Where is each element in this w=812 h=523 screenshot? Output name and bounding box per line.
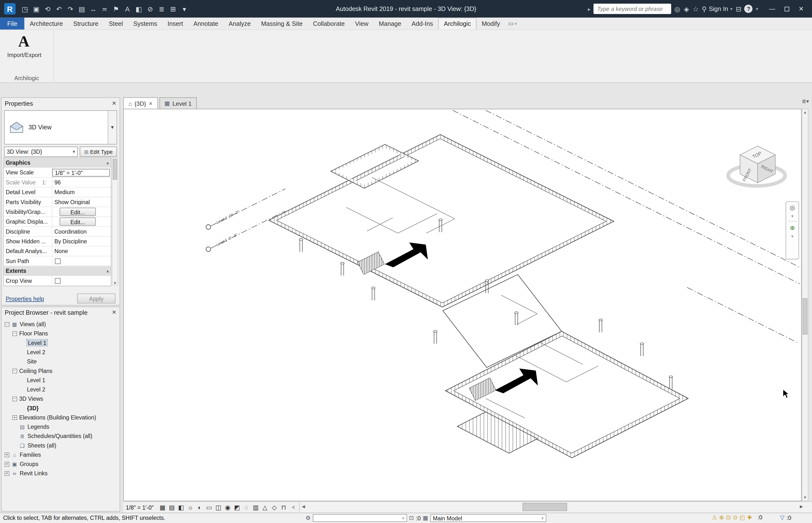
tree-item[interactable]: ▣ Groups — [3, 459, 119, 468]
switch-windows-icon[interactable]: ⊞ — [168, 3, 178, 15]
ribbon-tab[interactable]: Archilogic — [438, 18, 476, 30]
sun-path-icon[interactable]: ☼ — [186, 504, 195, 511]
tree-item[interactable]: ▤ Legends — [3, 422, 119, 431]
expand-toggle-icon[interactable] — [13, 368, 17, 373]
aligned-dimension-icon[interactable]: ≍ — [100, 3, 110, 15]
tree-item[interactable]: Level 2 — [3, 385, 119, 394]
instance-selector-combo[interactable]: 3D View: {3D} ▾ — [4, 147, 78, 157]
level-markers[interactable]: Level 210' - 0" Level 10' - 0" — [206, 210, 240, 252]
tree-item[interactable]: Site — [3, 357, 119, 366]
show-crop-region-icon[interactable]: ◫ — [214, 504, 223, 511]
editable-only-icon[interactable]: ⊡ — [409, 515, 414, 522]
infocenter-search-input[interactable] — [594, 4, 671, 14]
ribbon-tab[interactable]: View — [350, 18, 374, 30]
collapse-view-bar-icon[interactable]: < — [292, 504, 295, 510]
property-row[interactable]: Graphics ▴ — [4, 158, 111, 167]
ribbon-tab[interactable]: Massing & Site — [256, 18, 308, 30]
shadows-icon[interactable]: ◐ — [195, 504, 204, 511]
measure-icon[interactable]: ↔ — [88, 3, 98, 15]
worksharing-display-icon[interactable]: ⚠ — [712, 514, 717, 521]
type-selector[interactable]: 3D View ▼ — [4, 110, 117, 144]
scroll-left-icon[interactable]: ◀ — [300, 502, 307, 513]
ribbon-tab[interactable]: Systems — [128, 18, 162, 30]
ribbon-tab[interactable]: Architecture — [24, 18, 68, 30]
section-icon[interactable]: ⊘ — [145, 3, 156, 15]
horizontal-scrollbar[interactable]: ◀ ▶ — [300, 502, 812, 513]
expand-toggle-icon[interactable] — [13, 396, 17, 401]
sync-icon[interactable]: ⟲ — [42, 3, 53, 15]
steering-wheel-icon[interactable]: ◎ — [790, 204, 795, 212]
property-grid-scrollbar[interactable]: ▼ — [112, 157, 118, 285]
maximize-button[interactable] — [780, 3, 793, 15]
scroll-thumb[interactable] — [523, 503, 567, 511]
section-collapse-icon[interactable]: ▴ — [107, 160, 109, 165]
chevron-down-icon[interactable]: ▾ — [791, 214, 793, 218]
chevron-down-icon[interactable]: ▾ — [791, 234, 793, 239]
property-row[interactable]: Sun Path ▴ — [4, 256, 111, 266]
view-tab[interactable]: ⌂ {3D} ✕ — [123, 97, 158, 109]
expand-toggle-icon[interactable] — [13, 331, 17, 336]
tree-item[interactable]: ▦ Views (all) — [3, 320, 119, 329]
hide-analytical-model-icon[interactable]: △ — [260, 504, 269, 511]
tag-icon[interactable]: ⚑ — [111, 3, 121, 15]
scroll-thumb[interactable] — [803, 298, 807, 335]
favorites-star-icon[interactable]: ☆ — [692, 5, 699, 13]
section-collapse-icon[interactable]: ▴ — [107, 268, 109, 273]
tree-item[interactable]: ❏ Sheets (all) — [3, 441, 119, 450]
filter-icon[interactable]: ▽ — [780, 514, 784, 521]
infocenter-collapse-icon[interactable]: ▸ — [588, 6, 591, 12]
edit-type-button[interactable]: ⊞ Edit Type — [80, 147, 117, 157]
tree-item[interactable]: {3D} — [3, 403, 119, 413]
select-links-icon[interactable]: ⊡ — [726, 514, 731, 521]
select-pinned-icon[interactable]: ⊙ — [733, 514, 738, 521]
viewcube[interactable]: TOP FRONT RIGHT — [724, 133, 792, 196]
customize-qat-icon[interactable]: ▾ — [179, 3, 190, 15]
lock-orientation-icon[interactable]: ◉ — [223, 504, 232, 511]
tree-item[interactable]: Level 2 — [3, 347, 119, 357]
ribbon-tab[interactable]: Insert — [162, 18, 188, 30]
property-row[interactable]: Detail Level Medium ▴ — [4, 187, 111, 197]
checkbox[interactable] — [55, 258, 60, 264]
property-row[interactable]: Scale Value 1: 96 ▴ — [4, 178, 111, 187]
print-icon[interactable]: ▤ — [77, 3, 87, 15]
scroll-thumb[interactable] — [113, 159, 117, 180]
temporary-view-properties-icon[interactable]: ▥ — [251, 504, 260, 511]
ribbon-tab[interactable]: Collaborate — [308, 18, 350, 30]
visual-style-icon[interactable]: ◧ — [176, 504, 186, 511]
worksets-combo[interactable]: ▾ — [313, 514, 407, 522]
minimize-button[interactable]: — — [765, 3, 779, 15]
ribbon-tab[interactable]: Manage — [374, 18, 407, 30]
property-row[interactable]: Visibility/Grap... Edit... ▴ — [4, 207, 111, 217]
expand-toggle-icon[interactable] — [13, 415, 17, 420]
redo-icon[interactable]: ↷ — [65, 3, 76, 15]
property-row[interactable]: View Scale 1/8" = 1'-0" ▴ — [4, 168, 111, 178]
import-export-button[interactable]: A Import/Export — [7, 33, 40, 58]
tree-item[interactable]: Level 1 — [3, 338, 119, 347]
design-options-combo[interactable]: Main Model▾ — [430, 514, 546, 522]
tab-file[interactable]: File — [0, 18, 24, 30]
view-tab[interactable]: ▦ Level 1 ✕ — [159, 97, 197, 109]
view-scale-button[interactable]: 1/8" = 1'-0" — [126, 504, 154, 510]
tree-item[interactable]: Ceiling Plans — [3, 366, 119, 375]
text-icon[interactable]: A — [122, 3, 133, 15]
scroll-down-icon[interactable]: ▼ — [802, 494, 808, 501]
tree-item[interactable]: ⌂ Families — [3, 450, 119, 459]
drawing-area[interactable]: Level 210' - 0" Level 10' - 0" TOP FRONT… — [123, 109, 802, 501]
show-rendering-icon[interactable]: ▦ — [158, 504, 167, 511]
chevron-down-icon[interactable]: ▼ — [108, 111, 116, 144]
scroll-down-icon[interactable]: ▼ — [112, 281, 118, 285]
close-icon[interactable]: ✕ — [112, 100, 117, 107]
property-row[interactable]: Graphic Displa... Edit... ▴ — [4, 217, 111, 227]
detail-level-icon[interactable]: ▤ — [167, 504, 176, 511]
tree-item[interactable]: Elevations (Building Elevation) — [3, 413, 119, 422]
reveal-hidden-elements-icon[interactable]: ◌ — [242, 504, 251, 511]
tree-item[interactable]: Floor Plans — [3, 329, 119, 338]
properties-help-link[interactable]: Properties help — [5, 295, 44, 302]
help-chevron-icon[interactable]: ▾ — [756, 6, 758, 12]
drag-on-selection-icon[interactable]: ✚ — [747, 514, 752, 521]
expand-toggle-icon[interactable] — [5, 322, 9, 326]
revit-logo-icon[interactable]: R — [4, 3, 16, 15]
expand-toggle-icon[interactable] — [5, 471, 9, 475]
property-row[interactable]: Crop View ▴ — [4, 276, 111, 286]
expand-toggle-icon[interactable] — [5, 462, 9, 466]
